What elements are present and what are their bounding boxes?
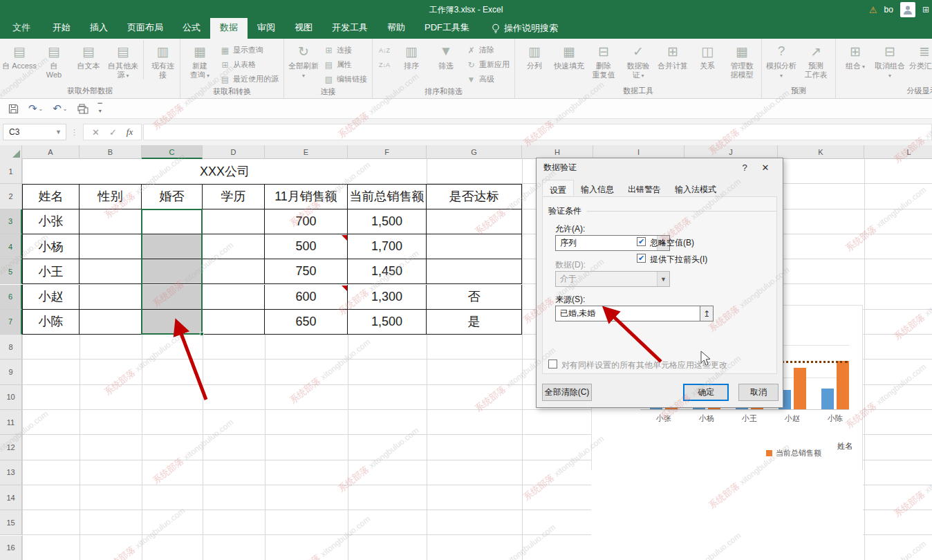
ribbon-button-显示查询[interactable]: ▦显示查询 bbox=[217, 43, 281, 57]
table-cell[interactable] bbox=[80, 285, 142, 310]
ribbon-button-模拟分析[interactable]: ?模拟分析 ▾ bbox=[764, 40, 799, 80]
tab-公式[interactable]: 公式 bbox=[173, 18, 210, 39]
table-cell[interactable] bbox=[203, 209, 265, 234]
ribbon-button-属性[interactable]: ▤属性 bbox=[321, 57, 370, 72]
dialog-tab-输入法模式[interactable]: 输入法模式 bbox=[668, 181, 723, 197]
ribbon-button-关系[interactable]: ◫关系 bbox=[690, 40, 725, 71]
ribbon-button-分类汇总[interactable]: ≣分类汇总 bbox=[907, 40, 932, 71]
dialog-close-icon[interactable]: ✕ bbox=[755, 162, 776, 173]
ribbon-button-排序[interactable]: ▥排序 bbox=[394, 40, 429, 71]
ribbon-button-自文本[interactable]: ▤自文本 bbox=[71, 40, 106, 71]
table-cell[interactable]: 小杨 bbox=[22, 234, 80, 259]
apply-all-checkbox[interactable]: 对有同样设置的所有其他单元格应用这些更改 bbox=[548, 360, 727, 371]
dialog-title-bar[interactable]: 数据验证 ? ✕ bbox=[537, 158, 783, 176]
table-cell[interactable]: 500 bbox=[265, 234, 348, 259]
table-cell[interactable] bbox=[203, 285, 265, 310]
ribbon-button-新建查询[interactable]: ▦新建 查询 ▾ bbox=[183, 40, 217, 80]
tab-PDF工具集[interactable]: PDF工具集 bbox=[415, 18, 479, 39]
dialog-tab-设置[interactable]: 设置 bbox=[542, 180, 574, 196]
column-header-A[interactable]: A bbox=[22, 145, 80, 159]
table-cell[interactable]: 1,300 bbox=[348, 285, 427, 310]
ribbon-button-数据验证[interactable]: ✓数据验 证 ▾ bbox=[621, 40, 655, 80]
row-header-6[interactable]: 6 bbox=[0, 285, 22, 310]
ribbon-button-自其他来源[interactable]: ▤自其他来源 ▾ bbox=[106, 40, 140, 80]
ribbon-button-分列[interactable]: ▥分列 bbox=[517, 40, 552, 71]
row-header-7[interactable]: 7 bbox=[0, 310, 22, 335]
column-header-I[interactable]: I bbox=[593, 145, 684, 159]
column-header-E[interactable]: E bbox=[265, 145, 348, 159]
tab-帮助[interactable]: 帮助 bbox=[378, 18, 415, 39]
row-header-2[interactable]: 2 bbox=[0, 184, 22, 209]
ribbon-display-options-icon[interactable]: ⊞ bbox=[922, 5, 929, 15]
undo-icon[interactable]: ↶⌄ bbox=[53, 102, 67, 115]
dialog-help-icon[interactable]: ? bbox=[734, 162, 755, 173]
table-cell[interactable] bbox=[203, 234, 265, 259]
row-header-15[interactable]: 15 bbox=[0, 510, 22, 535]
ribbon-button-Z↓A[interactable]: Z↓A bbox=[375, 57, 394, 72]
table-cell[interactable]: 650 bbox=[265, 310, 348, 335]
ribbon-button-快速填充[interactable]: ▦快速填充 bbox=[552, 40, 586, 71]
table-cell[interactable]: 小张 bbox=[22, 209, 80, 234]
row-header-11[interactable]: 11 bbox=[0, 410, 22, 435]
column-header-C[interactable]: C bbox=[142, 145, 203, 159]
ribbon-button-最近使用的源[interactable]: ▤最近使用的源 bbox=[217, 72, 281, 86]
row-header-12[interactable]: 12 bbox=[0, 435, 22, 460]
print-preview-icon[interactable] bbox=[77, 104, 88, 114]
table-cell[interactable]: 1,700 bbox=[348, 234, 427, 259]
cancel-button[interactable]: 取消 bbox=[738, 384, 779, 401]
table-cell[interactable]: 1,500 bbox=[348, 310, 427, 335]
row-header-13[interactable]: 13 bbox=[0, 460, 22, 485]
column-header-K[interactable]: K bbox=[778, 145, 864, 159]
tell-me-search[interactable]: 操作说明搜索 bbox=[492, 22, 558, 39]
column-header-J[interactable]: J bbox=[684, 145, 778, 159]
ribbon-button-删除重复值[interactable]: ⊟删除 重复值 bbox=[586, 40, 621, 80]
ribbon-button-清除[interactable]: ✗清除 bbox=[463, 43, 512, 57]
undo-dropdown-icon[interactable]: ⌄ bbox=[63, 106, 68, 112]
table-cell[interactable]: 小赵 bbox=[22, 285, 80, 310]
ribbon-button-管理数据模型[interactable]: ▦管理数 据模型 bbox=[725, 40, 759, 80]
table-cell[interactable]: 600 bbox=[265, 285, 348, 310]
table-cell[interactable] bbox=[142, 234, 203, 259]
ribbon-button-筛选[interactable]: ▼筛选 bbox=[429, 40, 463, 71]
row-header-10[interactable]: 10 bbox=[0, 385, 22, 410]
fill-handle[interactable] bbox=[200, 332, 204, 336]
ribbon-button-编辑链接[interactable]: ▧编辑链接 bbox=[321, 72, 370, 86]
save-icon[interactable] bbox=[8, 104, 19, 114]
dialog-tab-出错警告[interactable]: 出错警告 bbox=[621, 181, 668, 197]
table-cell[interactable]: 1,450 bbox=[348, 259, 427, 284]
table-cell[interactable]: 750 bbox=[265, 259, 348, 284]
name-box-dropdown-icon[interactable]: ▼ bbox=[55, 129, 66, 136]
pie-chart[interactable]: 小张22%小杨16%小王23%小赵19%小陈20% bbox=[591, 470, 863, 560]
qat-customize-icon[interactable]: ▔▾ bbox=[98, 104, 102, 113]
cancel-formula-icon[interactable]: ✕ bbox=[92, 127, 100, 138]
column-header-D[interactable]: D bbox=[203, 145, 265, 159]
table-cell[interactable] bbox=[427, 259, 522, 284]
row-header-3[interactable]: 3 bbox=[0, 209, 22, 234]
column-header-H[interactable]: H bbox=[522, 145, 593, 159]
column-header-B[interactable]: B bbox=[80, 145, 142, 159]
ribbon-button-重新应用[interactable]: ↻重新应用 bbox=[463, 57, 512, 72]
formula-input[interactable] bbox=[143, 124, 932, 140]
table-cell[interactable] bbox=[80, 259, 142, 284]
redo-dropdown-icon[interactable]: ⌄ bbox=[39, 106, 44, 112]
table-cell[interactable] bbox=[427, 209, 522, 234]
table-cell[interactable] bbox=[142, 310, 203, 335]
column-header-G[interactable]: G bbox=[427, 145, 522, 159]
table-cell[interactable]: 是 bbox=[427, 310, 522, 335]
row-header-4[interactable]: 4 bbox=[0, 234, 22, 259]
clear-all-button[interactable]: 全部清除(C) bbox=[542, 384, 592, 401]
tab-审阅[interactable]: 审阅 bbox=[248, 18, 285, 39]
table-cell[interactable]: 否 bbox=[427, 285, 522, 310]
formula-bar-splitter[interactable]: ⋮ bbox=[71, 128, 79, 137]
ribbon-button-取消组合[interactable]: ⊟取消组合 ▾ bbox=[873, 40, 907, 80]
tab-数据[interactable]: 数据 bbox=[210, 18, 248, 39]
ribbon-button-连接[interactable]: ⊞连接 bbox=[321, 43, 370, 57]
select-all-button[interactable] bbox=[0, 145, 22, 159]
table-cell[interactable]: 小王 bbox=[22, 259, 80, 284]
table-cell[interactable] bbox=[142, 285, 203, 310]
ribbon-button-现有连接[interactable]: ▥现有连接 bbox=[143, 40, 178, 80]
table-cell[interactable]: 小陈 bbox=[22, 310, 80, 335]
tab-页面布局[interactable]: 页面布局 bbox=[118, 18, 173, 39]
redo-icon[interactable]: ↷⌄ bbox=[28, 102, 43, 115]
user-name[interactable]: bo bbox=[884, 5, 893, 15]
